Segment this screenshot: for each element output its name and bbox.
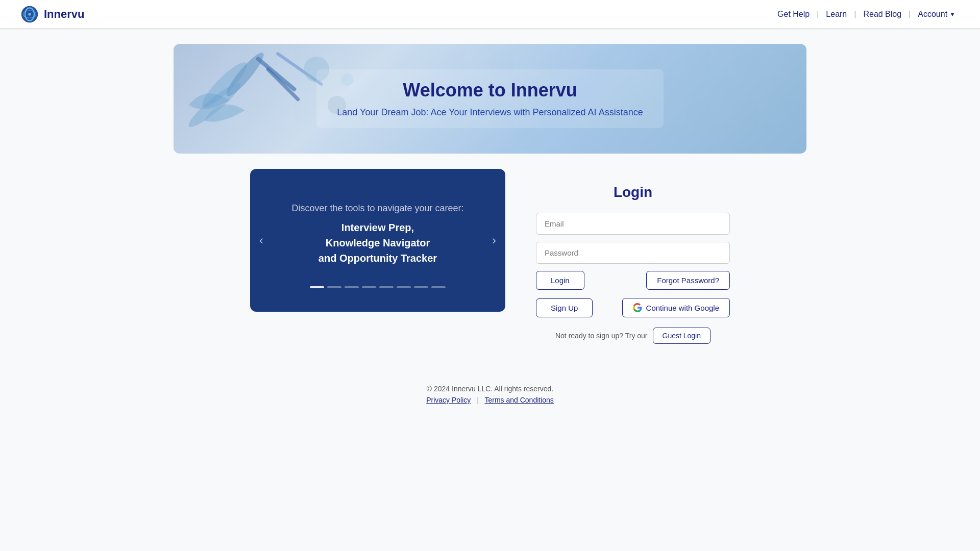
hero-banner: Welcome to Innervu Land Your Dream Job: … bbox=[174, 44, 806, 154]
terms-conditions-link[interactable]: Terms and Conditions bbox=[484, 396, 553, 404]
brand-logo-link[interactable]: Innervu bbox=[20, 5, 84, 23]
footer-links: Privacy Policy | Terms and Conditions bbox=[10, 396, 970, 404]
signup-actions-row: Sign Up Continue with Google bbox=[536, 298, 730, 317]
brand-name: Innervu bbox=[44, 8, 84, 21]
chevron-down-icon: ▼ bbox=[949, 11, 955, 18]
svg-point-3 bbox=[28, 13, 31, 15]
google-button-label: Continue with Google bbox=[646, 304, 719, 312]
footer-separator: | bbox=[477, 396, 479, 404]
nav-sep-1: | bbox=[817, 10, 819, 19]
forgot-password-button[interactable]: Forgot Password? bbox=[646, 271, 730, 290]
carousel-dot-6[interactable] bbox=[397, 286, 411, 288]
svg-rect-8 bbox=[265, 67, 301, 102]
login-actions-row: Login Forgot Password? bbox=[536, 271, 730, 290]
navbar: Innervu Get Help | Learn | Read Blog | A… bbox=[0, 0, 980, 29]
carousel-dots bbox=[310, 286, 446, 288]
carousel-next-button[interactable]: › bbox=[488, 229, 500, 252]
carousel-dot-3[interactable] bbox=[345, 286, 359, 288]
nav-sep-3: | bbox=[909, 10, 911, 19]
footer: © 2024 Innervu LLC. All rights reserved.… bbox=[0, 374, 980, 414]
nav-sep-2: | bbox=[854, 10, 856, 19]
nav-links: Get Help | Learn | Read Blog | Account ▼ bbox=[773, 8, 960, 21]
hero-title: Welcome to Innervu bbox=[337, 80, 643, 101]
nav-get-help[interactable]: Get Help bbox=[773, 8, 814, 21]
carousel-dot-4[interactable] bbox=[362, 286, 376, 288]
nav-read-blog[interactable]: Read Blog bbox=[859, 8, 905, 21]
carousel-prev-button[interactable]: ‹ bbox=[255, 229, 267, 252]
copyright-text: © 2024 Innervu LLC. All rights reserved. bbox=[10, 385, 970, 393]
carousel-navigation: ‹ › bbox=[250, 229, 505, 252]
google-icon bbox=[633, 303, 642, 312]
login-title: Login bbox=[536, 184, 730, 201]
nav-learn[interactable]: Learn bbox=[822, 8, 851, 21]
hero-content: Welcome to Innervu Land Your Dream Job: … bbox=[316, 69, 664, 128]
carousel-dot-5[interactable] bbox=[379, 286, 394, 288]
signup-button[interactable]: Sign Up bbox=[536, 298, 593, 317]
carousel-dot-1[interactable] bbox=[310, 286, 324, 288]
guest-login-button[interactable]: Guest Login bbox=[653, 328, 711, 344]
privacy-policy-link[interactable]: Privacy Policy bbox=[426, 396, 471, 404]
nav-account-label: Account bbox=[918, 10, 947, 19]
main-content: ‹ › Discover the tools to navigate your … bbox=[174, 169, 806, 359]
carousel-dot-7[interactable] bbox=[414, 286, 428, 288]
google-login-button[interactable]: Continue with Google bbox=[622, 298, 730, 317]
hero-subtitle: Land Your Dream Job: Ace Your Interviews… bbox=[337, 107, 643, 118]
email-field[interactable] bbox=[536, 213, 730, 235]
guest-section: Not ready to sign up? Try our Guest Logi… bbox=[536, 328, 730, 344]
nav-account-menu[interactable]: Account ▼ bbox=[914, 8, 960, 21]
carousel-dot-2[interactable] bbox=[327, 286, 341, 288]
login-panel: Login Login Forgot Password? Sign Up Con… bbox=[536, 169, 730, 359]
password-field[interactable] bbox=[536, 242, 730, 264]
login-button[interactable]: Login bbox=[536, 271, 584, 290]
carousel-intro-text: Discover the tools to navigate your care… bbox=[291, 203, 463, 214]
carousel-dot-8[interactable] bbox=[431, 286, 446, 288]
guest-text: Not ready to sign up? Try our bbox=[555, 332, 648, 340]
carousel-panel: ‹ › Discover the tools to navigate your … bbox=[250, 169, 505, 312]
brand-logo-icon bbox=[20, 5, 39, 23]
